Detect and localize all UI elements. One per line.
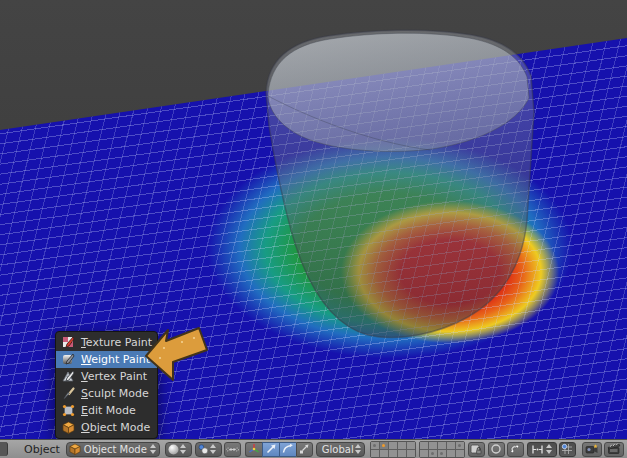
object-menu[interactable]: Object — [24, 443, 60, 456]
manipulator-scale-toggle[interactable] — [296, 442, 313, 457]
object-mode-icon — [69, 443, 81, 455]
layer-cell[interactable] — [438, 442, 446, 449]
snap-target-toggle[interactable] — [559, 442, 576, 457]
layer-cell[interactable] — [456, 442, 464, 449]
snap-toggle[interactable] — [507, 442, 524, 457]
layer-cell-active[interactable] — [380, 442, 388, 449]
layer-cell[interactable] — [407, 450, 415, 457]
mode-dropdown-value: Object Mode — [81, 444, 149, 455]
spinner-arrows-icon — [180, 444, 186, 454]
vertex-paint-icon — [62, 370, 75, 383]
menu-item-edit-mode[interactable]: Edit Mode — [56, 402, 157, 419]
layer-cell[interactable] — [420, 442, 428, 449]
layer-cell[interactable] — [398, 450, 406, 457]
manipulator-buttons — [245, 442, 313, 457]
3d-viewport[interactable]: Texture Paint Weight Paint Vertex Paint — [0, 0, 627, 440]
pivot-point-dropdown[interactable] — [195, 442, 222, 457]
opengl-render-animation-button[interactable] — [604, 442, 624, 457]
menu-item-label: Object Mode — [81, 421, 150, 434]
spinner-arrows-icon — [546, 444, 552, 454]
layer-cell[interactable] — [389, 450, 397, 457]
layer-cell[interactable] — [398, 442, 406, 449]
snap-element-dropdown[interactable] — [527, 442, 557, 457]
spinner-arrows-icon — [355, 444, 361, 454]
translate-arrow-icon — [265, 443, 277, 455]
layer-cell[interactable] — [420, 450, 428, 457]
pivot-point-icon — [198, 444, 209, 455]
manipulator-gizmo-toggle[interactable] — [245, 442, 262, 457]
render-camera-icon — [585, 443, 599, 455]
scene-lock-icon — [470, 443, 482, 455]
axis-gizmo-icon — [248, 443, 260, 455]
layer-cell[interactable] — [407, 442, 415, 449]
edit-mode-icon — [62, 404, 75, 417]
menu-item-object-mode[interactable]: Object Mode — [56, 419, 157, 436]
shading-sphere-icon — [168, 444, 179, 455]
mode-dropdown[interactable]: Object Mode — [66, 442, 160, 457]
layer-cell[interactable] — [371, 442, 379, 449]
layer-cell[interactable] — [456, 450, 464, 457]
proportional-circle-icon — [490, 443, 502, 455]
snap-increment-icon — [531, 444, 544, 455]
layer-cell[interactable] — [438, 450, 446, 457]
menu-item-label: Vertex Paint — [81, 370, 147, 383]
sculpt-mode-icon — [62, 387, 75, 400]
layer-cell[interactable] — [371, 450, 379, 457]
orientation-dropdown[interactable]: Global — [316, 442, 365, 457]
spinner-arrows-icon — [210, 444, 216, 454]
proportional-edit-toggle[interactable] — [488, 442, 505, 457]
spinner-arrows-icon — [150, 444, 156, 454]
opengl-render-button[interactable] — [582, 442, 602, 457]
layers-group-2 — [419, 441, 465, 458]
menu-item-label: Weight Paint — [81, 353, 150, 366]
object-mode-icon — [62, 421, 75, 434]
manipulator-translate-toggle[interactable] — [262, 442, 279, 457]
orientation-value: Global — [319, 444, 354, 455]
viewport-header: Object Object Mode — [0, 439, 627, 458]
render-clapper-icon — [607, 443, 621, 455]
viewport-shading-dropdown[interactable] — [165, 442, 192, 457]
rotate-arc-icon — [282, 443, 294, 455]
editor-type-icon[interactable] — [0, 442, 8, 456]
layer-cell[interactable] — [429, 442, 437, 449]
menu-item-label: Edit Mode — [81, 404, 136, 417]
layer-cell[interactable] — [389, 442, 397, 449]
manipulator-rotate-toggle[interactable] — [279, 442, 296, 457]
layer-cell[interactable] — [447, 450, 455, 457]
texture-paint-icon — [62, 336, 75, 349]
layers-group-1 — [370, 441, 416, 458]
layer-cell[interactable] — [429, 450, 437, 457]
manipulate-center-points-toggle[interactable] — [224, 442, 241, 457]
menu-item-label: Sculpt Mode — [81, 387, 149, 400]
snap-target-icon — [561, 443, 573, 455]
layer-cell[interactable] — [447, 442, 455, 449]
layer-cell[interactable] — [380, 450, 388, 457]
scale-arrow-icon — [298, 443, 310, 455]
lock-to-scene-toggle[interactable] — [468, 442, 485, 457]
weight-paint-icon — [62, 353, 75, 366]
magnet-icon — [509, 443, 521, 455]
center-points-icon — [226, 445, 239, 454]
annotation-arrow — [142, 318, 234, 390]
